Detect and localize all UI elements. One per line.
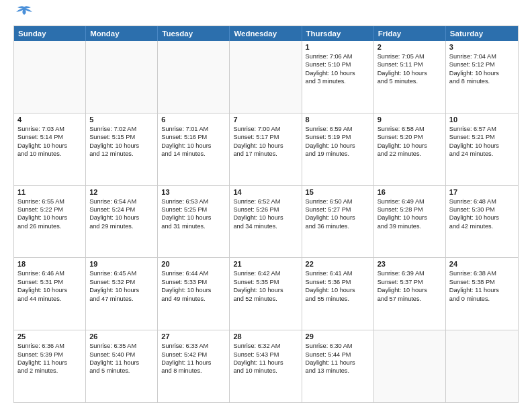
cell-info-line: Sunrise: 7:01 AM xyxy=(161,125,226,133)
calendar-cell-empty xyxy=(14,41,86,113)
day-number: 22 xyxy=(306,260,370,268)
cell-info-line: Daylight: 10 hours xyxy=(306,142,370,150)
cell-info-line: Sunset: 5:17 PM xyxy=(233,133,298,141)
calendar-cell-10: 10Sunrise: 6:57 AMSunset: 5:21 PMDayligh… xyxy=(446,113,518,185)
day-number: 8 xyxy=(306,116,370,124)
day-number: 12 xyxy=(89,188,154,196)
cell-info-line: Sunrise: 6:53 AM xyxy=(161,197,226,205)
cell-info-line: Sunset: 5:36 PM xyxy=(306,278,370,286)
cell-info-line: Sunset: 5:26 PM xyxy=(233,205,298,214)
cell-info-line: Sunset: 5:25 PM xyxy=(161,205,226,214)
cell-info-line: Sunrise: 6:38 AM xyxy=(449,269,515,277)
cell-info-line: Sunrise: 6:41 AM xyxy=(306,269,370,277)
cell-info-line: Daylight: 11 hours xyxy=(161,359,226,367)
calendar-row-4: 25Sunrise: 6:36 AMSunset: 5:39 PMDayligh… xyxy=(14,330,518,402)
cell-info-line: Daylight: 11 hours xyxy=(306,359,370,367)
cell-info-line: Sunrise: 6:32 AM xyxy=(233,342,298,350)
cell-info-line: Sunset: 5:11 PM xyxy=(378,60,442,68)
cell-info-line: and 14 minutes. xyxy=(161,150,226,158)
day-number: 7 xyxy=(233,116,298,124)
cell-info-line: Daylight: 10 hours xyxy=(89,214,154,222)
cell-info-line: Daylight: 10 hours xyxy=(89,286,154,294)
cell-info-line: and 55 minutes. xyxy=(306,295,370,303)
cell-info-line: Sunset: 5:20 PM xyxy=(378,133,442,141)
cell-info-line: Daylight: 10 hours xyxy=(233,214,298,222)
calendar-cell-28: 28Sunrise: 6:32 AMSunset: 5:43 PMDayligh… xyxy=(230,330,302,402)
calendar-cell-empty xyxy=(86,41,158,113)
cell-info-line: Daylight: 10 hours xyxy=(17,286,82,294)
day-of-week-sunday: Sunday xyxy=(14,26,86,41)
day-number: 17 xyxy=(449,188,515,196)
cell-info-line: Sunset: 5:19 PM xyxy=(306,133,370,141)
calendar-cell-14: 14Sunrise: 6:52 AMSunset: 5:26 PMDayligh… xyxy=(230,186,302,258)
cell-info-line: Sunset: 5:22 PM xyxy=(17,205,82,214)
calendar-cell-17: 17Sunrise: 6:48 AMSunset: 5:30 PMDayligh… xyxy=(446,186,518,258)
day-number: 11 xyxy=(17,188,82,196)
cell-info-line: Sunset: 5:10 PM xyxy=(306,60,370,68)
calendar-cell-20: 20Sunrise: 6:44 AMSunset: 5:33 PMDayligh… xyxy=(158,258,230,330)
cell-info-line: Sunrise: 7:00 AM xyxy=(233,125,298,133)
day-of-week-tuesday: Tuesday xyxy=(158,26,230,41)
cell-info-line: and 5 minutes. xyxy=(378,77,442,85)
cell-info-line: Sunrise: 6:58 AM xyxy=(378,125,442,133)
day-number: 14 xyxy=(233,188,298,196)
day-number: 23 xyxy=(378,260,442,268)
cell-info-line: Sunrise: 6:50 AM xyxy=(306,197,370,205)
day-of-week-monday: Monday xyxy=(86,26,158,41)
day-of-week-saturday: Saturday xyxy=(446,26,518,41)
cell-info-line: Sunrise: 6:59 AM xyxy=(306,125,370,133)
cell-info-line: and 31 minutes. xyxy=(161,222,226,230)
cell-info-line: Sunset: 5:35 PM xyxy=(233,278,298,286)
calendar-cell-15: 15Sunrise: 6:50 AMSunset: 5:27 PMDayligh… xyxy=(302,186,374,258)
cell-info-line: Daylight: 11 hours xyxy=(449,286,515,294)
calendar-cell-5: 5Sunrise: 7:02 AMSunset: 5:15 PMDaylight… xyxy=(86,113,158,185)
day-number: 9 xyxy=(378,116,442,124)
cell-info-line: Sunset: 5:43 PM xyxy=(233,351,298,359)
cell-info-line: Sunset: 5:42 PM xyxy=(161,351,226,359)
cell-info-line: and 10 minutes. xyxy=(233,367,298,375)
cell-info-line: Sunset: 5:31 PM xyxy=(17,278,82,286)
page: SundayMondayTuesdayWednesdayThursdayFrid… xyxy=(0,0,532,411)
cell-info-line: and 49 minutes. xyxy=(161,295,226,303)
cell-info-line: and 22 minutes. xyxy=(378,150,442,158)
calendar: SundayMondayTuesdayWednesdayThursdayFrid… xyxy=(13,26,519,403)
cell-info-line: Sunrise: 6:30 AM xyxy=(306,342,370,350)
cell-info-line: Daylight: 10 hours xyxy=(233,142,298,150)
cell-info-line: Sunset: 5:39 PM xyxy=(17,351,82,359)
day-number: 6 xyxy=(161,116,226,124)
cell-info-line: Sunset: 5:40 PM xyxy=(89,351,154,359)
cell-info-line: Sunrise: 6:39 AM xyxy=(378,269,442,277)
calendar-cell-2: 2Sunrise: 7:05 AMSunset: 5:11 PMDaylight… xyxy=(374,41,446,113)
cell-info-line: Daylight: 10 hours xyxy=(378,69,442,77)
cell-info-line: Sunrise: 6:57 AM xyxy=(449,125,515,133)
cell-info-line: and 8 minutes. xyxy=(449,77,515,85)
calendar-cell-empty xyxy=(158,41,230,113)
cell-info-line: Sunset: 5:37 PM xyxy=(378,278,442,286)
day-number: 1 xyxy=(306,43,370,51)
cell-info-line: Sunset: 5:30 PM xyxy=(449,205,515,214)
calendar-body: 1Sunrise: 7:06 AMSunset: 5:10 PMDaylight… xyxy=(14,41,518,402)
cell-info-line: Daylight: 10 hours xyxy=(449,142,515,150)
cell-info-line: Sunset: 5:15 PM xyxy=(89,133,154,141)
day-of-week-thursday: Thursday xyxy=(302,26,374,41)
cell-info-line: Sunset: 5:21 PM xyxy=(449,133,515,141)
calendar-cell-26: 26Sunrise: 6:35 AMSunset: 5:40 PMDayligh… xyxy=(86,330,158,402)
cell-info-line: Sunrise: 6:49 AM xyxy=(378,197,442,205)
calendar-cell-21: 21Sunrise: 6:42 AMSunset: 5:35 PMDayligh… xyxy=(230,258,302,330)
cell-info-line: Daylight: 10 hours xyxy=(306,286,370,294)
cell-info-line: Sunrise: 7:04 AM xyxy=(449,52,515,60)
calendar-cell-empty xyxy=(446,330,518,402)
calendar-cell-7: 7Sunrise: 7:00 AMSunset: 5:17 PMDaylight… xyxy=(230,113,302,185)
cell-info-line: Daylight: 10 hours xyxy=(161,142,226,150)
day-number: 5 xyxy=(89,116,154,124)
cell-info-line: Daylight: 10 hours xyxy=(449,69,515,77)
cell-info-line: Sunset: 5:32 PM xyxy=(89,278,154,286)
calendar-cell-27: 27Sunrise: 6:33 AMSunset: 5:42 PMDayligh… xyxy=(158,330,230,402)
cell-info-line: and 57 minutes. xyxy=(378,295,442,303)
cell-info-line: Daylight: 10 hours xyxy=(449,214,515,222)
cell-info-line: Sunset: 5:27 PM xyxy=(306,205,370,214)
cell-info-line: and 47 minutes. xyxy=(89,295,154,303)
cell-info-line: and 19 minutes. xyxy=(306,150,370,158)
cell-info-line: Sunset: 5:38 PM xyxy=(449,278,515,286)
day-number: 20 xyxy=(161,260,226,268)
